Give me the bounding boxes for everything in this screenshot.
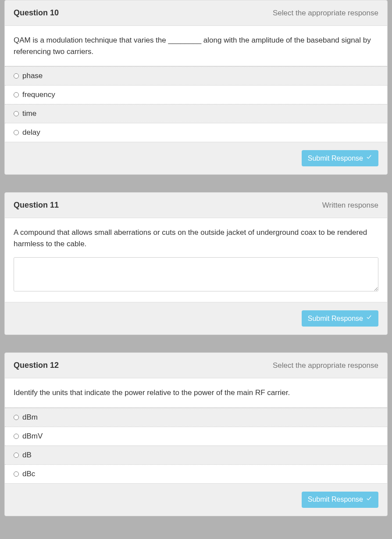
option-row[interactable]: dBmV [5, 427, 387, 446]
option-radio[interactable] [14, 453, 19, 458]
option-radio[interactable] [14, 111, 19, 116]
option-row[interactable]: dBc [5, 464, 387, 483]
submit-response-button[interactable]: Submit Response [302, 492, 378, 508]
question-prompt: QAM is a modulation technique that varie… [5, 26, 387, 66]
option-radio[interactable] [14, 130, 19, 135]
question-options: phase frequency time delay [5, 66, 387, 142]
submit-label: Submit Response [308, 496, 363, 503]
submit-response-button[interactable]: Submit Response [302, 150, 378, 166]
option-label: frequency [22, 90, 55, 99]
question-card-11: Question 11 Written response A compound … [4, 192, 388, 335]
question-footer: Submit Response [5, 302, 387, 334]
option-radio[interactable] [14, 434, 19, 439]
question-type-label: Select the appropriate response [273, 9, 378, 18]
option-label: time [22, 109, 36, 118]
written-response-input[interactable] [14, 257, 378, 291]
option-label: dB [22, 451, 32, 460]
submit-label: Submit Response [308, 155, 363, 162]
option-radio[interactable] [14, 73, 19, 79]
question-type-label: Written response [322, 201, 378, 210]
option-radio[interactable] [14, 471, 19, 477]
option-row[interactable]: delay [5, 123, 387, 142]
question-title: Question 10 [14, 8, 59, 18]
question-card-10: Question 10 Select the appropriate respo… [4, 0, 388, 175]
option-label: dBc [22, 470, 35, 478]
check-icon [366, 496, 372, 504]
question-title: Question 11 [14, 201, 59, 210]
question-body: A compound that allows small aberrations… [5, 218, 387, 302]
option-row[interactable]: dB [5, 446, 387, 464]
check-icon [366, 314, 372, 323]
question-header: Question 10 Select the appropriate respo… [5, 0, 387, 26]
option-radio[interactable] [14, 92, 19, 97]
question-options: dBm dBmV dB dBc [5, 408, 387, 484]
option-row[interactable]: phase [5, 66, 387, 85]
question-type-label: Select the appropriate response [273, 361, 378, 370]
option-radio[interactable] [14, 415, 19, 420]
option-row[interactable]: time [5, 104, 387, 123]
check-icon [366, 154, 372, 162]
question-header: Question 12 Select the appropriate respo… [5, 353, 387, 378]
option-label: dBmV [22, 432, 43, 441]
question-prompt: Identify the units that indicate the pow… [5, 378, 387, 408]
question-title: Question 12 [14, 361, 59, 370]
question-footer: Submit Response [5, 142, 387, 174]
option-label: dBm [22, 413, 38, 422]
option-label: phase [22, 72, 43, 80]
question-header: Question 11 Written response [5, 193, 387, 218]
submit-label: Submit Response [308, 315, 363, 323]
option-label: delay [22, 128, 40, 137]
option-row[interactable]: frequency [5, 85, 387, 104]
question-card-12: Question 12 Select the appropriate respo… [4, 352, 388, 516]
question-footer: Submit Response [5, 484, 387, 516]
submit-response-button[interactable]: Submit Response [302, 310, 378, 327]
question-prompt: A compound that allows small aberrations… [14, 227, 378, 249]
option-row[interactable]: dBm [5, 408, 387, 427]
